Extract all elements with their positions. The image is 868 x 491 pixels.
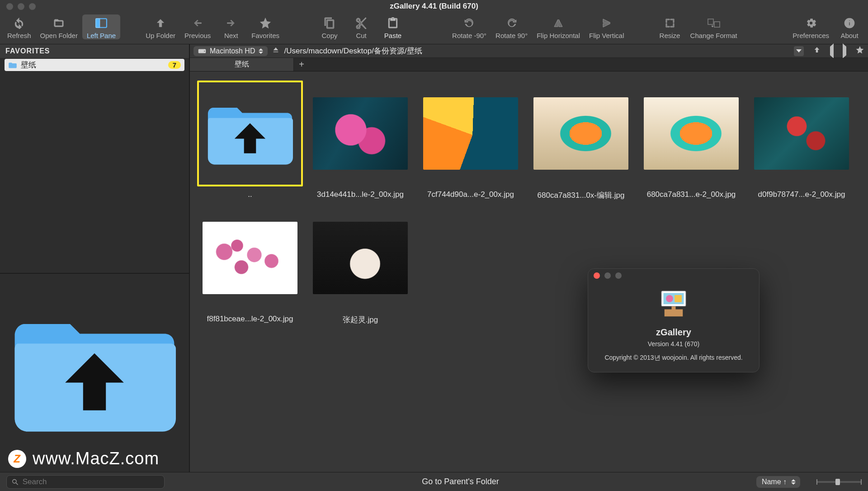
favorites-list: 壁纸 7 — [0, 58, 189, 72]
grid-item-image[interactable]: 张起灵.jpg — [307, 205, 413, 325]
thumbnail — [638, 81, 744, 186]
grid-item-image[interactable]: 3d14e441b...le-2_00x.jpg — [307, 81, 413, 200]
grid-item-image[interactable]: f8f81bceae...le-2_00x.jpg — [197, 205, 303, 325]
path-history-button[interactable] — [794, 46, 804, 56]
nav-forward-icon[interactable] — [843, 47, 846, 56]
nav-up-icon[interactable] — [813, 46, 821, 56]
image-placeholder — [423, 97, 518, 170]
info-icon — [844, 16, 855, 30]
about-copyright: Copyright © 2013년 woojooin. All rights r… — [597, 354, 750, 362]
flip-vertical-icon — [601, 16, 613, 30]
thumbnail — [528, 81, 634, 186]
thumbnail-caption: d0f9b78747...e-2_00x.jpg — [758, 190, 845, 199]
window-title: zGallery 4.41 (Build 670) — [0, 2, 868, 11]
grid-item-image[interactable]: 680ca7a831...e-2_00x.jpg — [638, 81, 744, 200]
about-button[interactable]: About — [834, 14, 865, 39]
svg-point-15 — [666, 295, 673, 302]
grid-item-image[interactable]: d0f9b78747...e-2_00x.jpg — [749, 81, 854, 200]
preferences-button[interactable]: Preferences — [788, 14, 834, 39]
favorites-header: FAVORITES — [0, 44, 189, 58]
thumbnail — [197, 205, 303, 311]
left-pane: FAVORITES 壁纸 7 Z www.MacZ.com — [0, 44, 190, 472]
search-input[interactable] — [23, 477, 160, 486]
refresh-button[interactable]: Refresh — [3, 14, 36, 39]
cut-button[interactable]: Cut — [345, 14, 377, 39]
about-zoom-button[interactable] — [615, 272, 622, 279]
change-format-icon — [708, 16, 720, 30]
svg-point-9 — [13, 479, 16, 483]
rotate-ccw-button[interactable]: Rotate -90° — [448, 14, 491, 39]
arrow-up-icon — [156, 16, 165, 30]
favorite-star-icon[interactable] — [855, 45, 864, 57]
app-icon — [657, 287, 690, 319]
status-bar: Go to Parent's Folder Name ↑ — [0, 472, 868, 491]
tabs-bar: 壁纸 + — [190, 58, 868, 72]
thumbnail-caption: 680ca7a831...0x-编辑.jpg — [538, 190, 625, 200]
about-close-button[interactable] — [594, 272, 600, 279]
star-icon — [259, 16, 271, 30]
grid-item-image[interactable]: 680ca7a831...0x-编辑.jpg — [528, 81, 634, 200]
eject-icon[interactable] — [272, 46, 279, 56]
svg-line-10 — [16, 483, 18, 485]
image-placeholder — [533, 97, 628, 170]
folder-open-icon — [52, 16, 66, 30]
up-folder-button[interactable]: Up Folder — [141, 14, 180, 39]
image-placeholder — [203, 222, 297, 294]
flip-horizontal-icon — [552, 16, 564, 30]
sidebar-item-wallpapers[interactable]: 壁纸 7 — [5, 59, 184, 71]
nav-back-icon[interactable] — [830, 47, 834, 56]
arrow-left-icon — [192, 16, 203, 30]
image-placeholder — [313, 97, 408, 170]
flip-vertical-button[interactable]: Flip Vertical — [585, 14, 629, 39]
open-folder-button[interactable]: Open Folder — [36, 14, 82, 39]
copy-button[interactable]: Copy — [314, 14, 345, 39]
path-text: /Users/macdown/Desktop/备份资源/壁纸 — [284, 46, 422, 56]
thumbnail — [307, 205, 413, 311]
about-dialog: zGallery Version 4.41 (670) Copyright © … — [588, 268, 760, 372]
thumbnail-zoom-slider[interactable] — [816, 481, 862, 483]
about-app-name: zGallery — [597, 327, 750, 338]
watermark-text: www.MacZ.com — [33, 449, 159, 468]
resize-button[interactable]: Resize — [654, 14, 686, 39]
watermark: Z www.MacZ.com — [8, 449, 159, 468]
sort-select[interactable]: Name ↑ — [756, 476, 800, 488]
grid-item-image[interactable]: 7cf744d90a...e-2_00x.jpg — [418, 81, 524, 200]
rotate-cw-button[interactable]: Rotate 90° — [491, 14, 532, 39]
about-minimize-button[interactable] — [604, 272, 611, 279]
svg-rect-1 — [96, 19, 100, 28]
left-pane-button[interactable]: Left Pane — [82, 14, 120, 39]
next-button[interactable]: Next — [215, 14, 247, 39]
sidebar-item-label: 壁纸 — [21, 60, 36, 70]
titlebar: zGallery 4.41 (Build 670) — [0, 0, 868, 13]
thumbnail — [197, 81, 303, 186]
thumbnail-grid-area[interactable]: ..3d14e441b...le-2_00x.jpg7cf744d90a...e… — [190, 72, 868, 472]
previous-button[interactable]: Previous — [180, 14, 215, 39]
search-field[interactable] — [6, 475, 165, 489]
resize-icon — [664, 16, 676, 30]
new-tab-button[interactable]: + — [294, 58, 309, 71]
thumbnail — [749, 81, 854, 186]
svg-rect-5 — [849, 22, 850, 26]
change-format-button[interactable]: Change Format — [686, 14, 742, 39]
gear-icon — [805, 16, 817, 30]
clipboard-icon — [387, 16, 399, 30]
hdd-icon — [198, 48, 206, 54]
svg-rect-16 — [675, 295, 682, 302]
main-split: FAVORITES 壁纸 7 Z www.MacZ.com — [0, 44, 868, 472]
toolbar: Refresh Open Folder Left Pane Up Folder — [0, 13, 868, 44]
thumbnail-caption: 3d14e441b...le-2_00x.jpg — [317, 190, 404, 199]
volume-select[interactable]: Macintosh HD — [193, 46, 268, 56]
image-placeholder — [644, 97, 739, 170]
paste-button[interactable]: Paste — [377, 14, 409, 39]
thumbnail — [307, 81, 413, 186]
flip-horizontal-button[interactable]: Flip Horizontal — [532, 14, 585, 39]
arrow-right-icon — [226, 16, 236, 30]
copy-icon — [324, 16, 335, 30]
tab-active[interactable]: 壁纸 — [190, 58, 294, 71]
favorites-button[interactable]: Favorites — [247, 14, 284, 39]
about-titlebar — [588, 269, 759, 282]
thumbnail-caption: f8f81bceae...le-2_00x.jpg — [207, 315, 293, 324]
rotate-cw-icon — [506, 16, 518, 30]
grid-item-parent[interactable]: .. — [197, 81, 303, 200]
refresh-icon — [13, 16, 25, 30]
